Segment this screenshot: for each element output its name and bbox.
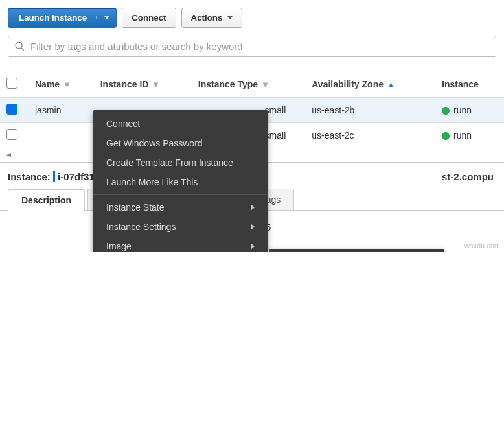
search-box[interactable] [8,36,496,57]
caret-down-icon: ▾ [154,79,158,89]
caret-up-icon: ▴ [389,79,393,89]
col-state-label: Instance [442,79,479,89]
cell-state: runn [435,123,504,148]
col-instance-type-label: Instance Type [198,79,258,89]
caret-down-icon [96,16,109,19]
public-dns-fragment-right: st-2.compu [442,171,494,182]
actions-button[interactable]: Actions [181,8,243,28]
search-container [0,36,504,60]
col-instance-id-label: Instance ID [100,79,149,89]
chevron-right-icon [251,224,255,230]
col-instance-type[interactable]: Instance Type ▾ [192,71,305,98]
search-input[interactable] [29,40,490,52]
menu-item[interactable]: Instance State [93,198,268,217]
watermark: wsxdn.com [464,242,500,249]
caret-down-icon: ▾ [65,79,69,89]
state-running-icon [442,132,450,140]
caret-down-icon: ▾ [263,79,268,89]
launch-instance-button[interactable]: Launch Instance [8,8,117,28]
chevron-right-icon [251,243,255,249]
connect-button[interactable]: Connect [122,8,176,28]
cell-state: runn [435,98,504,123]
col-az-label: Availability Zone [312,79,384,89]
col-name-label: Name [35,79,60,89]
search-icon [14,41,25,52]
row-checkbox[interactable] [6,104,17,115]
svg-line-1 [21,48,23,51]
cell-az: us-east-2c [305,123,435,148]
launch-instance-label: Launch Instance [19,13,87,23]
cell-az: us-east-2b [305,98,435,123]
instance-label: Instance: [8,171,51,182]
svg-point-0 [16,42,22,49]
tab-description[interactable]: Description [8,189,85,211]
cell-name: jasmin [29,98,94,123]
menu-item[interactable]: Create Template From Instance [93,153,268,172]
menu-separator [93,194,268,195]
menu-item[interactable]: Connect [93,114,268,133]
menu-item[interactable]: Image [93,237,268,252]
cell-name [29,123,94,148]
col-name[interactable]: Name ▾ [29,71,94,98]
row-checkbox[interactable] [6,129,17,140]
caret-down-icon [227,16,233,19]
actions-context-menu[interactable]: ConnectGet Windows PasswordCreate Templa… [93,110,268,252]
toolbar: Launch Instance Connect Actions [0,0,504,36]
chevron-right-icon [251,204,255,211]
menu-item[interactable]: Instance Settings [93,217,268,237]
menu-item[interactable]: Get Windows Password [93,133,268,153]
col-instance-state[interactable]: Instance [435,71,504,98]
actions-label: Actions [191,13,223,23]
col-availability-zone[interactable]: Availability Zone ▴ [305,71,435,98]
col-instance-id[interactable]: Instance ID ▾ [94,71,192,98]
networking-submenu[interactable]: Change Security GroupsAttach Network Int… [269,249,444,252]
state-running-icon [442,107,450,115]
menu-item[interactable]: Launch More Like This [93,172,268,192]
connect-label: Connect [132,13,166,23]
select-all-checkbox[interactable] [6,78,17,89]
